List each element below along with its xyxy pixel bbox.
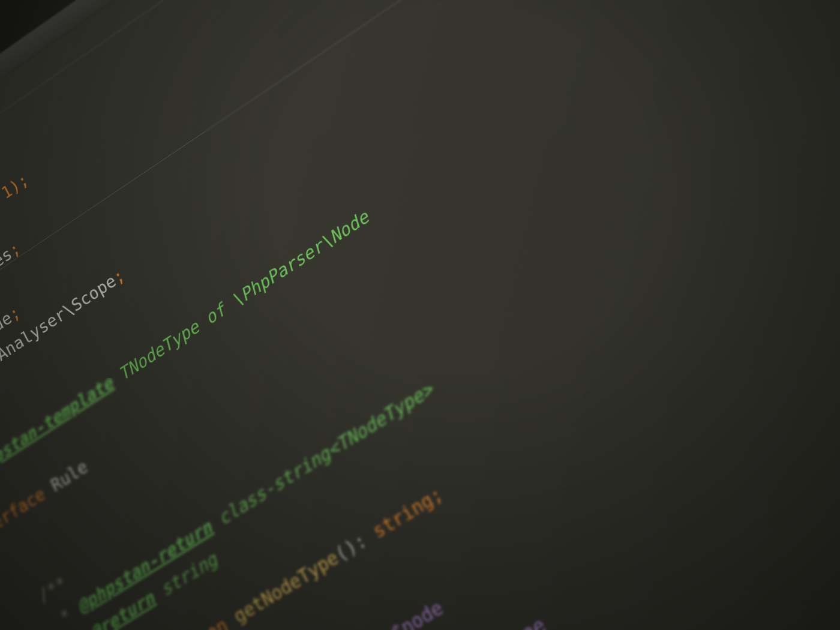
code-token: are(strict_types = 1); bbox=[0, 170, 31, 305]
doc-text: TNodeType of \PhpParser\Node bbox=[107, 206, 373, 390]
editor-body: 10 ● ↓ 12 13 14 15 16 are(strict_types =… bbox=[0, 0, 840, 630]
doc-tag: @phpstan-template bbox=[0, 372, 116, 482]
editor-window: Develo… CallStaticMethodsRule… 10 ● ↓ 12… bbox=[0, 0, 840, 630]
variable: $scope bbox=[478, 613, 549, 630]
code-token: interface bbox=[0, 483, 48, 550]
code-area[interactable]: are(strict_types = 1); ace PHPStan\Rules… bbox=[0, 0, 840, 630]
code-token: Rule bbox=[39, 455, 91, 501]
separator-line bbox=[0, 0, 676, 243]
variable: $node bbox=[387, 596, 446, 630]
separator-line bbox=[0, 0, 761, 359]
function-name: getNodeType bbox=[230, 546, 343, 628]
